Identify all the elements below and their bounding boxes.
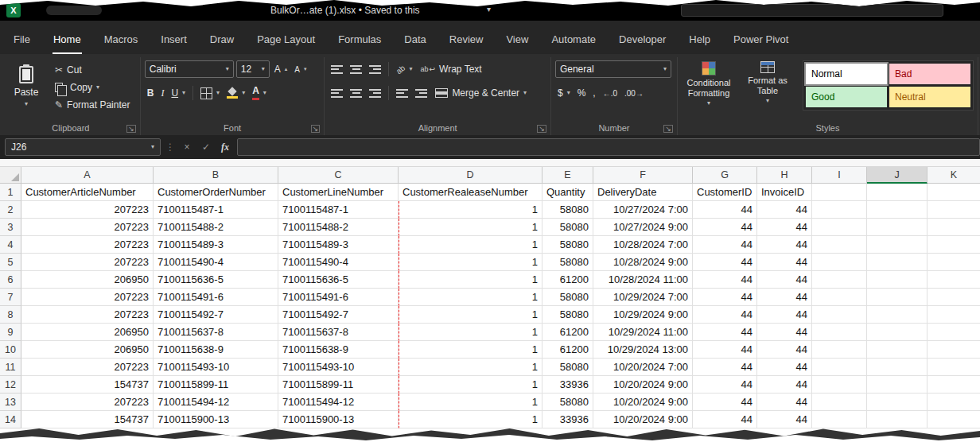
cell[interactable]: 44 <box>757 201 812 219</box>
cell[interactable]: CustomerID <box>693 184 757 201</box>
cell-style-normal[interactable]: Normal <box>806 64 887 84</box>
align-right-button[interactable] <box>367 85 383 101</box>
cell[interactable]: 10/29/2024 9:00 <box>593 306 693 324</box>
cell[interactable]: 44 <box>757 411 812 428</box>
cell[interactable]: 58080 <box>542 359 593 376</box>
cancel-button[interactable]: × <box>180 142 194 153</box>
column-header-F[interactable]: F <box>593 167 693 184</box>
copy-button[interactable]: Copy ▾ <box>52 79 133 95</box>
menu-tab-formulas[interactable]: Formulas <box>337 33 382 54</box>
underline-button[interactable]: U ▾ <box>169 85 188 101</box>
column-header-A[interactable]: A <box>21 167 154 184</box>
cell-style-bad[interactable]: Bad <box>889 64 970 84</box>
menu-tab-page-layout[interactable]: Page Layout <box>256 33 316 54</box>
align-left-button[interactable] <box>329 85 345 101</box>
cell[interactable] <box>812 306 867 324</box>
cell[interactable]: CustomerArticleNumber <box>21 184 154 201</box>
cell[interactable]: 7100115489-3 <box>154 236 278 254</box>
menu-tab-help[interactable]: Help <box>688 33 711 54</box>
cell[interactable]: 58080 <box>542 394 593 411</box>
fill-color-button[interactable]: ▾ <box>224 85 247 101</box>
cell[interactable]: 44 <box>757 306 812 324</box>
row-header-6[interactable]: 6 <box>0 271 21 289</box>
middle-align-button[interactable] <box>348 61 364 77</box>
cell[interactable]: 206950 <box>21 271 154 289</box>
menu-tab-view[interactable]: View <box>505 33 529 54</box>
cell[interactable]: 10/29/2024 13:00 <box>593 341 693 359</box>
cell[interactable]: 7100115488-2 <box>278 219 399 236</box>
menu-tab-data[interactable]: Data <box>403 33 426 54</box>
row-header-2[interactable]: 2 <box>0 201 21 219</box>
font-color-button[interactable]: A ▾ <box>250 85 269 101</box>
cell[interactable]: 44 <box>757 236 812 254</box>
italic-button[interactable]: I <box>158 85 166 101</box>
cell[interactable] <box>928 324 980 341</box>
cell[interactable]: CustomerLineNumber <box>278 184 399 201</box>
cell[interactable]: 207223 <box>21 236 154 254</box>
cell[interactable] <box>867 271 928 289</box>
menu-tab-macros[interactable]: Macros <box>103 33 139 54</box>
cell[interactable]: 7100115636-5 <box>278 271 399 289</box>
cell[interactable] <box>812 324 867 341</box>
cell[interactable]: 44 <box>693 394 757 411</box>
format-as-table-button[interactable]: Format as Table ▾ <box>741 59 795 104</box>
cell[interactable] <box>928 341 980 359</box>
cell[interactable]: 44 <box>693 254 757 271</box>
cell[interactable]: 207223 <box>21 201 154 219</box>
cell[interactable]: 10/20/2024 7:00 <box>593 359 693 376</box>
cell[interactable] <box>812 271 867 289</box>
cell[interactable] <box>867 184 928 201</box>
cell[interactable] <box>867 394 928 411</box>
column-header-C[interactable]: C <box>278 167 399 184</box>
bold-button[interactable]: B <box>145 85 157 101</box>
cell[interactable]: 61200 <box>542 341 593 359</box>
cell[interactable]: 7100115492-7 <box>154 306 278 324</box>
font-size-select[interactable]: 12 ▾ <box>236 60 270 78</box>
dialog-launcher-icon[interactable]: ↘ <box>663 125 673 133</box>
cell[interactable]: 61200 <box>542 324 593 341</box>
cell[interactable]: 44 <box>757 254 812 271</box>
cell[interactable] <box>928 236 980 254</box>
row-header-13[interactable]: 13 <box>0 394 21 411</box>
cell[interactable]: 44 <box>757 324 812 341</box>
percent-style-button[interactable]: % <box>575 85 589 101</box>
cell[interactable]: CustomerRealeaseNumber <box>399 184 542 201</box>
row-header-8[interactable]: 8 <box>0 306 21 324</box>
cell[interactable]: 44 <box>693 306 757 324</box>
cell[interactable] <box>812 341 867 359</box>
top-align-button[interactable] <box>329 61 345 77</box>
cell[interactable]: 1 <box>399 341 542 359</box>
menu-tab-power-pivot[interactable]: Power Pivot <box>733 33 789 54</box>
cell[interactable]: 7100115637-8 <box>154 324 278 341</box>
cell[interactable]: 44 <box>693 324 757 341</box>
paste-button[interactable]: Paste ▾ <box>6 59 47 114</box>
chevron-down-icon[interactable]: ▾ <box>487 5 491 14</box>
cell[interactable]: 7100115636-5 <box>154 271 278 289</box>
orientation-button[interactable]: ab ▾ <box>394 61 414 77</box>
cell[interactable] <box>928 411 980 428</box>
increase-decimal-button[interactable]: ←.0 <box>601 85 620 101</box>
cell[interactable]: 7100115638-9 <box>154 341 278 359</box>
dialog-launcher-icon[interactable]: ↘ <box>537 125 546 133</box>
cell[interactable]: 44 <box>757 394 812 411</box>
row-header-1[interactable]: 1 <box>0 184 21 201</box>
column-header-J[interactable]: J <box>867 167 928 184</box>
column-header-H[interactable]: H <box>757 167 812 184</box>
cell[interactable] <box>867 324 928 341</box>
column-header-D[interactable]: D <box>399 167 542 184</box>
merge-center-button[interactable]: Merge & Center ▾ <box>432 85 530 101</box>
cell[interactable]: 1 <box>399 376 542 394</box>
cell[interactable]: 10/28/2024 11:00 <box>593 271 693 289</box>
cell[interactable]: 7100115490-4 <box>278 254 399 271</box>
cell[interactable]: 58080 <box>542 236 593 254</box>
decrease-font-size-button[interactable]: A▾ <box>292 61 309 77</box>
number-format-select[interactable]: General ▾ <box>555 60 671 78</box>
cell[interactable] <box>867 341 928 359</box>
cell[interactable]: 1 <box>399 219 542 236</box>
cell[interactable]: 7100115637-8 <box>278 324 399 341</box>
cell[interactable]: 7100115490-4 <box>154 254 278 271</box>
cell[interactable]: 44 <box>757 219 812 236</box>
cell[interactable]: 7100115487-1 <box>154 201 278 219</box>
comma-style-button[interactable]: , <box>590 85 597 101</box>
cell[interactable] <box>812 359 867 376</box>
